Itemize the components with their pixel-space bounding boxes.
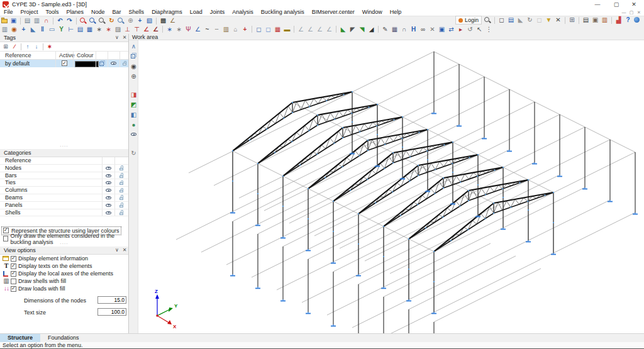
category-lock-icon[interactable] <box>118 202 125 209</box>
category-lock-icon[interactable] <box>118 165 125 172</box>
delete-icon[interactable]: ✕ <box>554 16 562 24</box>
mesh-icon[interactable]: ▦ <box>274 26 282 33</box>
window-icon[interactable]: ◻ <box>497 16 506 24</box>
menu-analysis[interactable]: Analysis <box>228 9 257 16</box>
zoom-extents-icon[interactable] <box>89 17 97 25</box>
category-lock-icon[interactable] <box>118 194 125 202</box>
display-texts-checkbox[interactable] <box>11 263 16 269</box>
flag-icon[interactable]: ▸ <box>457 26 465 33</box>
window-view-icon[interactable]: ▧ <box>145 17 153 25</box>
display-element-information-checkbox[interactable] <box>11 256 16 262</box>
window-green-icon[interactable]: ◩ <box>130 101 138 109</box>
menu-buckling-analysis[interactable]: Buckling analysis <box>257 9 308 16</box>
category-visibility-icon[interactable] <box>104 194 113 202</box>
building-icon[interactable]: ⌂ <box>231 26 240 33</box>
mdi-minimize-button[interactable]: — <box>620 9 628 16</box>
bar-list-icon[interactable]: ▤ <box>76 26 84 33</box>
category-lock-icon[interactable] <box>118 172 125 180</box>
cursor-icon[interactable]: ↖ <box>475 26 484 33</box>
align-nodes-icon[interactable]: ⊢ <box>67 26 75 33</box>
moment-icon[interactable]: ~ <box>203 26 211 33</box>
close-view-options-icon[interactable]: ✕ <box>121 247 128 254</box>
import-export-icon[interactable]: ⇄ <box>447 26 455 33</box>
dashed-bar-icon[interactable]: ┄ <box>213 26 221 33</box>
planes-manager-icon[interactable]: ▥ <box>1 26 9 33</box>
node-dimensions-input[interactable] <box>97 296 126 304</box>
redo-icon[interactable]: ↷ <box>65 17 74 25</box>
menu-joints[interactable]: Joints <box>206 9 229 16</box>
section-h-icon[interactable]: H <box>409 26 418 33</box>
sheet-icon[interactable]: ▣ <box>438 26 446 33</box>
sheet-window-icon[interactable]: ▤ <box>507 16 515 24</box>
display-texts-option[interactable]: TDisplay texts on the elements <box>0 262 128 270</box>
select-window2-icon[interactable]: ◻ <box>264 26 272 33</box>
export-icon[interactable]: ▥ <box>601 16 609 24</box>
snapshot-icon[interactable]: ▣ <box>591 16 599 24</box>
dimension-icon[interactable]: ∗ <box>95 26 103 33</box>
buckling-coef-icon[interactable]: Ψ <box>184 26 192 33</box>
buckling-only-option[interactable]: Only draw the elements considered in the… <box>0 235 128 243</box>
tag-active-checkbox[interactable] <box>62 60 67 66</box>
axes-icon[interactable]: ∧ <box>130 42 138 50</box>
tab-structure[interactable]: Structure <box>0 334 40 342</box>
assign-tag-button[interactable]: ∗ <box>46 43 53 50</box>
hide-elements-icon[interactable] <box>130 131 138 139</box>
move-down-button[interactable]: ↓ <box>33 43 40 50</box>
tag-visibility-icon[interactable] <box>109 60 118 67</box>
category-visibility-icon[interactable] <box>104 179 113 187</box>
angle-icon-2[interactable]: ∠ <box>152 26 160 33</box>
category-visibility-icon[interactable] <box>104 202 113 209</box>
local-axes-icon-1[interactable]: ∠ <box>297 26 305 33</box>
edit-tag-button[interactable]: ∕ <box>11 43 18 50</box>
window-layout-icon[interactable]: ⊞ <box>568 16 576 24</box>
category-lock-icon[interactable] <box>118 179 125 187</box>
collapse-view-options-icon[interactable]: ∨ <box>113 247 121 254</box>
collapse-tags-icon[interactable]: ∨ <box>113 34 121 42</box>
category-visibility-icon[interactable] <box>104 165 113 172</box>
ascend-node-icon[interactable]: ⊤ <box>133 26 141 33</box>
menu-bar[interactable]: Bar <box>109 9 125 16</box>
tag-3d-icon[interactable] <box>98 60 106 67</box>
category-lock-icon[interactable] <box>118 187 125 194</box>
menu-file[interactable]: File <box>0 9 17 16</box>
display-local-axes-option[interactable]: Display the local axes of the elements <box>0 270 128 277</box>
link-icon[interactable]: ∞ <box>419 26 427 33</box>
menu-window[interactable]: Window <box>358 9 386 16</box>
mdi-restore-button[interactable]: ▢ <box>628 9 635 16</box>
local-axes-icon-4[interactable]: ∠ <box>325 26 333 33</box>
view-corner-icon-2[interactable]: ◤ <box>348 26 357 33</box>
view-corner-icon-4[interactable]: ◢ <box>367 26 375 33</box>
undo-icon[interactable]: ↶ <box>56 17 64 25</box>
camera-view-icon[interactable]: ◉ <box>130 62 138 70</box>
window-red-icon[interactable]: ◨ <box>130 91 138 99</box>
snap-icon[interactable]: ▨ <box>114 26 122 33</box>
refresh-icon[interactable]: ↺ <box>466 26 474 33</box>
set-square-icon[interactable]: ◣ <box>516 16 525 24</box>
globe-icon[interactable] <box>633 16 641 24</box>
view-corner-icon-1[interactable]: ◣ <box>339 26 347 33</box>
statistics-icon[interactable]: ▟ <box>614 16 623 24</box>
delete-dimension-icon[interactable]: ∗ <box>104 26 113 33</box>
orbit-icon[interactable]: ↻ <box>130 149 138 157</box>
category-visibility-icon[interactable] <box>104 172 113 180</box>
select-window-icon[interactable]: ◻ <box>255 26 263 33</box>
new-plane-icon[interactable]: ◣ <box>29 26 37 33</box>
pan-icon[interactable]: ⊕ <box>126 17 135 25</box>
display-local-axes-checkbox[interactable] <box>11 271 16 277</box>
move-up-button[interactable]: ↑ <box>24 43 31 50</box>
close-button[interactable]: ✕ <box>625 0 643 9</box>
category-lock-icon[interactable] <box>118 209 125 217</box>
save-button[interactable]: ▣ <box>9 17 18 25</box>
rotation-icon[interactable]: ↻ <box>526 16 534 24</box>
eraser-icon[interactable]: ▬ <box>283 26 291 33</box>
descend-node-icon[interactable]: ⊥ <box>123 26 131 33</box>
draw-loads-fill-checkbox[interactable] <box>11 286 16 292</box>
menu-load[interactable]: Load <box>186 9 206 16</box>
print-icon[interactable]: ▤ <box>582 16 590 24</box>
search-icon[interactable] <box>484 16 492 24</box>
menu-bimserver-center[interactable]: BIMserver.center <box>308 9 358 16</box>
display-element-information-option[interactable]: Display element information <box>0 255 128 262</box>
menu-shells[interactable]: Shells <box>125 9 148 16</box>
arc-icon[interactable]: ∩ <box>400 26 408 33</box>
menu-node[interactable]: Node <box>87 9 109 16</box>
